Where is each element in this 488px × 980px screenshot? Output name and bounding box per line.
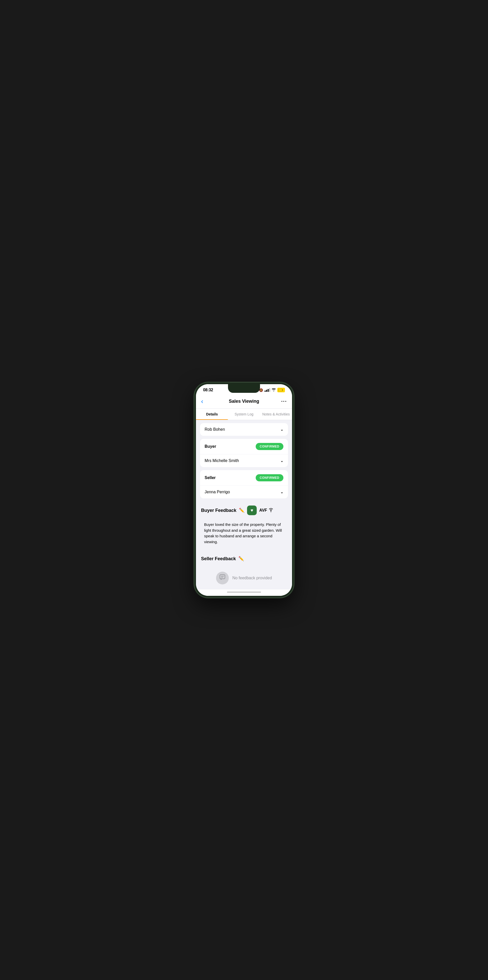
seller-label: Seller — [204, 476, 216, 480]
seller-header-row: Seller CONFIRMED — [200, 470, 288, 486]
heart-button[interactable]: ♥ — [247, 506, 257, 515]
seller-name: Jenna Perrigo — [204, 490, 230, 494]
more-button[interactable]: ··· — [278, 398, 287, 404]
buyer-feedback-header: Buyer Feedback ✏️ ♥ AVF — [200, 501, 288, 518]
no-feedback-box: No feedback provided — [200, 564, 288, 589]
svg-rect-1 — [282, 390, 283, 391]
status-time: 08:32 — [203, 388, 213, 392]
home-indicator — [196, 589, 292, 596]
buyer-name-row[interactable]: Mrs Michelle Smith ⌄ — [200, 454, 288, 467]
scroll-content: Rob Bohen ⌄ Buyer CONFIRMED Mrs Michelle… — [196, 420, 292, 589]
buyer-label: Buyer — [204, 444, 216, 449]
agent-card-row[interactable]: Rob Bohen ⌄ — [200, 423, 288, 436]
agent-chevron-icon: ⌄ — [280, 427, 284, 431]
seller-chevron-icon: ⌄ — [280, 490, 284, 494]
seller-feedback-edit-icon[interactable]: ✏️ — [238, 556, 244, 562]
agent-card: Rob Bohen ⌄ — [200, 423, 288, 436]
tabs-container: Details System Log Notes & Activities — [196, 409, 292, 420]
home-bar — [227, 592, 261, 593]
buyer-feedback-edit-icon[interactable]: ✏️ — [239, 508, 244, 513]
avf-label: AVF — [259, 508, 267, 513]
seller-feedback-title: Seller Feedback — [201, 556, 236, 562]
notch — [228, 384, 260, 393]
phone-frame: 08:32 🔕 — [195, 383, 293, 597]
seller-feedback-header: Seller Feedback ✏️ — [200, 552, 288, 564]
no-feedback-text: No feedback provided — [232, 576, 272, 580]
phone-screen: 08:32 🔕 — [196, 384, 292, 596]
chat-icon — [219, 574, 226, 582]
chat-icon-circle — [216, 572, 229, 584]
buyer-feedback-title: Buyer Feedback — [201, 508, 236, 513]
seller-confirmed-badge: CONFIRMED — [256, 474, 284, 481]
svg-rect-5 — [220, 575, 225, 579]
battery-icon: ⚡ — [277, 388, 285, 392]
tab-system-log[interactable]: System Log — [228, 409, 260, 420]
tab-details[interactable]: Details — [196, 409, 228, 420]
nav-bar: ‹ Sales Viewing ··· — [196, 395, 292, 409]
back-button[interactable]: ‹ — [201, 398, 210, 405]
wifi-icon — [272, 388, 276, 392]
broadcast-icon — [268, 507, 274, 514]
status-icons: 🔕 — [259, 388, 285, 392]
buyer-feedback-text: Buyer loved the size of the property. Pl… — [200, 518, 288, 549]
signal-bars — [265, 388, 270, 392]
agent-name: Rob Bohen — [204, 427, 225, 432]
buyer-card: Buyer CONFIRMED Mrs Michelle Smith ⌄ — [200, 439, 288, 467]
buyer-chevron-icon: ⌄ — [280, 459, 284, 463]
tab-notes-activities[interactable]: Notes & Activities — [260, 409, 292, 420]
avf-group: AVF — [259, 507, 274, 514]
svg-text:⚡: ⚡ — [279, 389, 282, 391]
seller-card: Seller CONFIRMED Jenna Perrigo ⌄ — [200, 470, 288, 498]
buyer-header-row: Buyer CONFIRMED — [200, 439, 288, 454]
heart-icon: ♥ — [250, 508, 254, 513]
page-title: Sales Viewing — [229, 399, 259, 404]
buyer-name: Mrs Michelle Smith — [204, 458, 239, 463]
seller-name-row[interactable]: Jenna Perrigo ⌄ — [200, 486, 288, 498]
buyer-confirmed-badge: CONFIRMED — [256, 443, 284, 450]
status-bar: 08:32 🔕 — [196, 384, 292, 395]
